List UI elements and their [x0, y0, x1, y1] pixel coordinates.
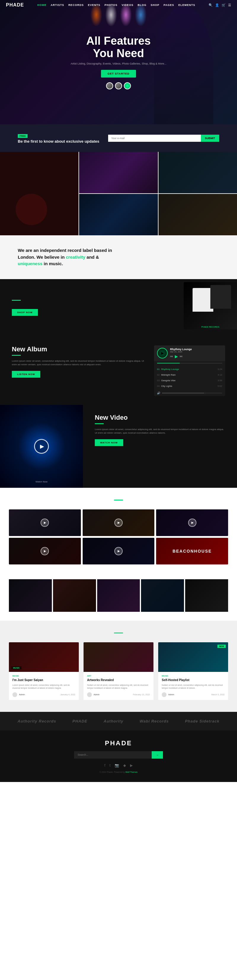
instagram-icon[interactable]: 📷 — [115, 763, 119, 767]
gallery-item-5[interactable] — [159, 194, 237, 235]
photo-item-4[interactable] — [141, 579, 184, 612]
merch-tshirts: PHADE RECORDS — [184, 282, 237, 329]
vt-play-4: ▶ — [41, 547, 49, 555]
nav-link-home[interactable]: Home — [37, 3, 46, 6]
player-track-4[interactable]: 04 City Lights 5:02 — [154, 383, 225, 389]
blog-avatar-3 — [162, 692, 167, 697]
hero-cta-button[interactable]: GET STARTED — [101, 70, 136, 78]
gallery-item-3[interactable] — [159, 152, 237, 193]
video-thumb-2[interactable]: ▶ — [83, 509, 155, 536]
footer-credit-link[interactable]: Wolf Themes — [125, 771, 138, 773]
track-num-2: 02 — [157, 374, 161, 376]
hero-section: All Features You Need Artist Listing, Di… — [0, 0, 237, 124]
about-section: We are an independent record label based… — [0, 235, 237, 279]
blog-content-3: MUSIC Self-Hosted Playlist Nullam ut nis… — [158, 672, 228, 700]
newsletter-submit-button[interactable]: SUBMIT — [201, 135, 219, 142]
player-artist: Mar 25, 2025 — [170, 351, 222, 353]
newsletter-form: SUBMIT — [108, 135, 219, 142]
nav-link-videos[interactable]: Videos — [122, 3, 134, 6]
player-album-name: Rhythmy Lounge — [170, 348, 222, 351]
volume-icon: 🔊 — [157, 391, 160, 395]
nav-link-records[interactable]: Records — [69, 3, 84, 6]
blog-thumb-2[interactable] — [83, 642, 154, 672]
videos-grid-section: ▶ ▶ ▶ ▶ ▶ BEACONHOUSE — [0, 488, 237, 576]
vt-play-5: ▶ — [114, 547, 123, 555]
video-watch-button[interactable]: WATCH NOW — [95, 439, 123, 446]
nav-link-photos[interactable]: Photos — [104, 3, 118, 6]
nav-link-pages[interactable]: Pages — [163, 3, 174, 6]
about-text: We are an independent record label based… — [18, 247, 125, 267]
next-button[interactable]: ⏭ — [180, 355, 183, 358]
blog-meta-1: Admin January 4, 2022 — [13, 692, 75, 697]
track-name-4: City Lights — [161, 385, 218, 387]
nav-link-elements[interactable]: Elements — [178, 3, 195, 6]
gallery-item-4[interactable] — [79, 194, 158, 235]
nav-link-events[interactable]: Events — [88, 3, 101, 6]
blog-thumb-1[interactable]: MUSIC — [9, 642, 79, 672]
blog-cat-1: MUSIC — [13, 675, 75, 677]
video-thumb-1[interactable]: ▶ — [9, 509, 81, 536]
footer-logo: PHADE — [12, 739, 225, 747]
blog-author-1: Admin — [19, 694, 25, 695]
photo-item-3[interactable] — [97, 579, 140, 612]
video-thumb-4[interactable]: ▶ — [9, 538, 81, 565]
merch-divider — [12, 300, 21, 301]
blog-title-2: Artworks Revealed — [87, 678, 150, 682]
gallery-grid — [0, 152, 237, 235]
play-icon-5: ▶ — [118, 549, 120, 553]
vt-play-2: ▶ — [114, 519, 123, 527]
user-icon[interactable]: 👤 — [215, 3, 219, 7]
nav-logo: PHADE — [6, 2, 24, 8]
newsletter-email-input[interactable] — [108, 135, 200, 142]
facebook-icon[interactable]: f — [104, 763, 105, 767]
photos-grid — [9, 579, 228, 612]
track-time-4: 5:02 — [218, 385, 222, 387]
menu-icon[interactable]: ☰ — [228, 3, 231, 7]
nav-link-artists[interactable]: Artists — [51, 3, 64, 6]
blog-section: MUSIC MUSIC I'm Just Super Saiyan Lorem … — [0, 620, 237, 712]
blog-excerpt-3: Nullam ut nisl sit amet, consectetur adi… — [162, 684, 224, 690]
track-num-1: 01 — [157, 368, 161, 371]
album-listen-button[interactable]: LISTEN NOW — [12, 371, 40, 378]
video-thumb-6[interactable]: BEACONHOUSE — [156, 538, 228, 565]
player-track-3[interactable]: 03 Gangsta Vibe 3:56 — [154, 378, 225, 383]
soundcloud-icon[interactable]: ◆ — [123, 763, 126, 767]
photo-item-2[interactable] — [53, 579, 96, 612]
merch-shop-button[interactable]: SHOP NOW — [12, 309, 38, 316]
navbar: PHADE Home Artists Records Events Photos… — [0, 0, 237, 10]
nav-link-blog[interactable]: Blog — [138, 3, 147, 6]
video-thumb-5[interactable]: ▶ — [83, 538, 155, 565]
video-play-button[interactable]: ▶ — [34, 439, 49, 454]
newsletter-text: FREE Be the first to know about exclusiv… — [18, 133, 99, 143]
twitter-icon[interactable]: t — [110, 763, 110, 767]
footer-copyright: © 2022 Phade. Powered by Wolf Themes — [12, 771, 225, 773]
footer-search-input[interactable] — [74, 751, 152, 759]
track-time-1: 3:24 — [218, 368, 222, 371]
blog-cat-3: MUSIC — [162, 675, 224, 677]
search-icon[interactable]: 🔍 — [208, 3, 213, 7]
tshirt-visual: PHADE RECORDS — [184, 282, 237, 329]
player-track-2[interactable]: 02 Midnight Rain 4:12 — [154, 372, 225, 378]
blog-thumb-3[interactable]: NEW — [158, 642, 228, 672]
blog-meta-2: Admin February 10, 2022 — [87, 692, 150, 697]
prev-button[interactable]: ⏮ — [170, 355, 173, 358]
video-background: ▶ Watch Now — [0, 405, 83, 488]
play-button[interactable]: ▶ — [175, 354, 178, 359]
album-divider — [12, 355, 21, 356]
photo-item-5[interactable] — [185, 579, 228, 612]
footer-search-button[interactable]: → — [152, 751, 163, 759]
volume-bar[interactable] — [162, 393, 222, 393]
video-thumb-3[interactable]: ▶ — [156, 509, 228, 536]
player-track-1[interactable]: 01 Rhythmy Lounge 3:24 — [154, 366, 225, 372]
play-icon-3: ▶ — [191, 521, 194, 524]
gallery-item-1[interactable] — [0, 152, 78, 235]
gallery-item-2[interactable] — [79, 152, 158, 193]
blog-date-3: March 5, 2022 — [211, 694, 224, 695]
cart-icon[interactable]: 🛒 — [222, 3, 226, 7]
player-progress-bar[interactable] — [157, 363, 222, 363]
nav-link-shop[interactable]: Shop — [151, 3, 160, 6]
youtube-icon[interactable]: ▶ — [130, 763, 133, 767]
blog-content-2: ART Artworks Revealed Nullam ut nisl sit… — [83, 672, 154, 700]
photo-item-1[interactable] — [9, 579, 52, 612]
blog-avatar-1 — [13, 692, 17, 697]
